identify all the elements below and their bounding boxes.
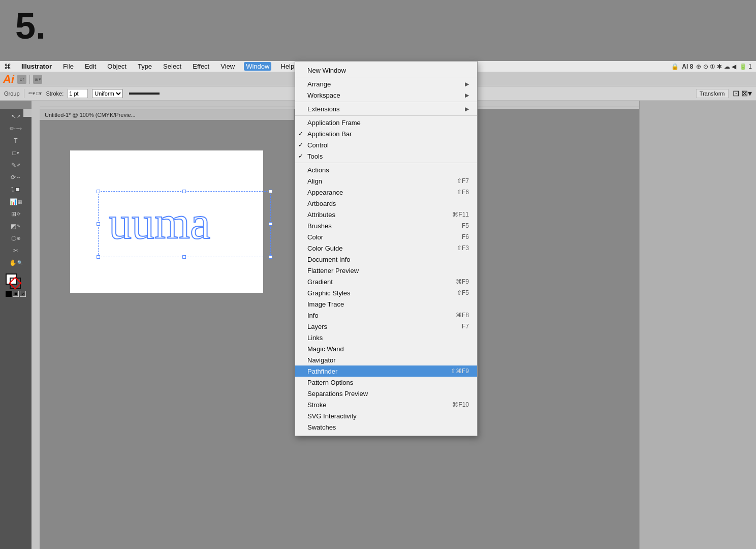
tool-graph[interactable]: 📊 ▦ [3, 196, 29, 207]
menu-item-info[interactable]: Info ⌘F8 [295, 310, 477, 321]
none-mode[interactable]: ⊘ [20, 291, 26, 297]
stroke-preview [129, 93, 160, 95]
arrow-icon: ▶ [465, 106, 469, 112]
ruler-vertical [32, 101, 40, 549]
tool-rotate[interactable]: ⟳ ↔ [3, 172, 29, 183]
tool-mesh[interactable]: ⊞ ⟳ [3, 208, 29, 220]
stroke-swatch[interactable] [10, 278, 21, 289]
shortcut-label: ⌘F8 [456, 312, 469, 319]
shortcut-label: ⇧F3 [457, 245, 469, 252]
wifi-icon: ⊕ ⊙ ① ✱ ☁ ◀ [696, 63, 736, 70]
menu-item-swatches[interactable]: Swatches [295, 421, 477, 433]
selected-object[interactable]: uuma [98, 191, 271, 257]
menu-item-graphic-styles[interactable]: Graphic Styles ⇧F5 [295, 287, 477, 298]
menu-item-svg-interactivity[interactable]: SVG Interactivity [295, 410, 477, 421]
tool-gradient[interactable]: ◩ ✎ [3, 221, 29, 232]
menu-item-flattener[interactable]: Flattener Preview [295, 265, 477, 276]
menu-item-document-info[interactable]: Document Info [295, 254, 477, 265]
menu-item-attributes[interactable]: Attributes ⌘F11 [295, 209, 477, 220]
tool-rectangle[interactable]: □ ▾ [3, 147, 29, 159]
menu-help[interactable]: Help [278, 62, 296, 71]
tool-blend[interactable]: ⬡ ⊕ [3, 233, 29, 244]
handle-mr[interactable] [269, 222, 272, 226]
menu-section-new: New Window [295, 64, 477, 77]
menu-effect[interactable]: Effect [191, 62, 211, 71]
handle-bm[interactable] [182, 255, 186, 259]
shortcut-label: ⌘F10 [452, 401, 469, 408]
gradient-mode[interactable]: ▣ [13, 291, 19, 297]
shortcut-label: ⌘F9 [456, 278, 469, 285]
menu-item-actions[interactable]: Actions [295, 164, 477, 175]
stroke-color-swatch[interactable]: ✏▾ □▾ [28, 90, 42, 96]
tool-scissors[interactable]: ✂ [3, 245, 29, 256]
menu-item-align[interactable]: Align ⇧F7 [295, 175, 477, 187]
bridge-icon[interactable]: Br [17, 75, 26, 84]
transform-button[interactable]: Transform [696, 89, 729, 98]
menu-item-workspace[interactable]: Workspace ▶ [295, 89, 477, 101]
menu-item-extensions[interactable]: Extensions ▶ [295, 103, 477, 114]
menu-item-gradient[interactable]: Gradient ⌘F9 [295, 276, 477, 287]
tool-warp[interactable]: ⤵ 🔲 [3, 184, 29, 195]
menu-item-links[interactable]: Links [295, 332, 477, 343]
tool-pen[interactable]: ✏ ⟿ [3, 123, 29, 134]
menu-item-new-window[interactable]: New Window [295, 65, 477, 76]
menu-edit[interactable]: Edit [83, 62, 98, 71]
menu-select[interactable]: Select [161, 62, 183, 71]
menu-item-layers[interactable]: Layers F7 [295, 321, 477, 332]
handle-tl[interactable] [97, 190, 100, 193]
cursive-text-graphic: uuma [109, 197, 210, 249]
swatch-modes: ▣ ⊘ [6, 291, 26, 297]
menu-item-navigator[interactable]: Navigator [295, 354, 477, 365]
stroke-selector[interactable]: Uniform [92, 89, 123, 98]
menu-item-app-bar[interactable]: ✓ Application Bar [295, 128, 477, 139]
workspace-icon[interactable]: ⊞▾ [33, 75, 42, 84]
shortcut-label: ⇧F5 [457, 289, 469, 296]
handle-ml[interactable] [97, 222, 100, 226]
menu-item-color[interactable]: Color F6 [295, 231, 477, 242]
shortcut-label: ⇧F7 [457, 177, 469, 185]
menu-item-tools[interactable]: ✓ Tools [295, 150, 477, 162]
menu-window[interactable]: Window [244, 62, 271, 71]
ruler-corner [23, 109, 32, 117]
menu-section-extensions: Extensions ▶ [295, 102, 477, 116]
color-swatches [6, 273, 26, 289]
tool-zoom[interactable]: ✋ 🔍 [3, 257, 29, 268]
menu-section-arrange: Arrange ▶ Workspace ▶ [295, 77, 477, 102]
checkmark-icon: ✓ [298, 130, 303, 137]
menu-item-appearance[interactable]: Appearance ⇧F6 [295, 187, 477, 198]
menu-illustrator[interactable]: Illustrator [19, 62, 54, 71]
menu-view[interactable]: View [218, 62, 237, 71]
canvas-title-text: Untitled-1* @ 100% (CMYK/Previe... [45, 112, 136, 118]
menu-item-stroke[interactable]: Stroke ⌘F10 [295, 399, 477, 410]
menu-item-separations[interactable]: Separations Preview [295, 388, 477, 399]
arrow-icon: ▶ [465, 81, 469, 87]
handle-bl[interactable] [97, 255, 100, 259]
menu-item-artboards[interactable]: Artboards [295, 198, 477, 209]
shortcut-label: F6 [462, 233, 469, 240]
menu-item-image-trace[interactable]: Image Trace [295, 298, 477, 310]
menu-type[interactable]: Type [136, 62, 154, 71]
handle-br[interactable] [269, 255, 272, 259]
stroke-input[interactable] [68, 89, 88, 98]
handle-tm[interactable] [182, 190, 186, 193]
tool-type[interactable]: T [3, 135, 29, 146]
menu-item-pathfinder[interactable]: Pathfinder ⇧⌘F9 [295, 365, 477, 377]
menu-item-brushes[interactable]: Brushes F5 [295, 220, 477, 231]
handle-tr[interactable] [269, 190, 272, 193]
canvas-area: uuma [40, 120, 299, 549]
separator [24, 89, 24, 98]
shortcut-label: ⇧F6 [457, 189, 469, 196]
align-icon[interactable]: ⊡ ⊠▾ [733, 88, 752, 98]
menu-item-color-guide[interactable]: Color Guide ⇧F3 [295, 242, 477, 254]
menu-item-pattern-options[interactable]: Pattern Options [295, 377, 477, 388]
shortcut-label: F7 [462, 323, 469, 330]
menu-item-control[interactable]: ✓ Control [295, 139, 477, 150]
solid-mode[interactable] [6, 291, 12, 297]
menu-object[interactable]: Object [105, 62, 129, 71]
menu-file[interactable]: File [61, 62, 76, 71]
tool-pencil[interactable]: ✎ ✐ [3, 160, 29, 171]
menu-item-magic-wand[interactable]: Magic Wand [295, 343, 477, 354]
shortcut-label: F5 [462, 222, 469, 229]
menu-item-app-frame[interactable]: Application Frame [295, 117, 477, 128]
menu-item-arrange[interactable]: Arrange ▶ [295, 78, 477, 89]
